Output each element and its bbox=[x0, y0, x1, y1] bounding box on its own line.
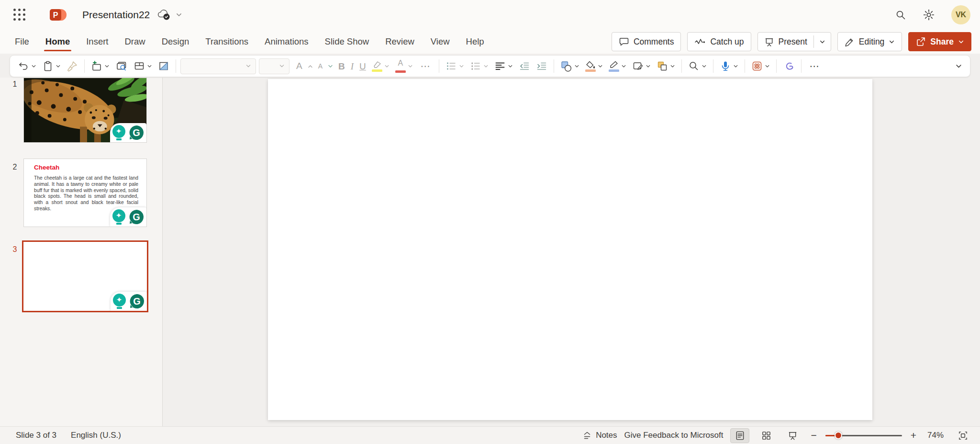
paste-chevron-icon bbox=[56, 64, 61, 69]
increase-indent-button[interactable] bbox=[533, 57, 550, 75]
comment-icon bbox=[619, 36, 629, 47]
svg-text:G: G bbox=[133, 127, 140, 138]
slide-3-number: 3 bbox=[10, 245, 20, 254]
tab-home[interactable]: Home bbox=[37, 30, 78, 54]
share-button[interactable]: Share bbox=[908, 32, 971, 51]
font-size-chevron-icon bbox=[279, 63, 285, 69]
slide-1-thumbnail[interactable]: ✦ G bbox=[23, 78, 147, 143]
settings-gear-icon[interactable] bbox=[923, 9, 935, 21]
zoom-slider-knob[interactable] bbox=[835, 432, 842, 439]
app-launcher-icon[interactable] bbox=[13, 9, 26, 21]
tab-animations[interactable]: Animations bbox=[256, 30, 317, 54]
slide-layout-button[interactable] bbox=[131, 57, 155, 75]
fit-to-window-button[interactable] bbox=[953, 428, 972, 443]
tab-transitions[interactable]: Transitions bbox=[197, 30, 256, 54]
underline-button: U bbox=[356, 57, 369, 75]
tab-review[interactable]: Review bbox=[377, 30, 423, 54]
grammarly-badge[interactable]: ✦ G bbox=[110, 123, 146, 142]
numbering-chevron-icon bbox=[483, 64, 489, 69]
user-avatar[interactable]: VK bbox=[951, 5, 970, 24]
decrease-indent-button[interactable] bbox=[516, 57, 533, 75]
grammarly-logo-icon: G bbox=[129, 293, 145, 309]
notes-toggle-button[interactable]: Notes bbox=[582, 431, 617, 440]
slide-canvas[interactable] bbox=[268, 79, 872, 420]
grammarly-suggestion-icon: ✦ bbox=[113, 294, 126, 309]
designer-button[interactable] bbox=[155, 57, 172, 75]
shape-fill-button[interactable] bbox=[582, 57, 606, 75]
document-title[interactable]: Presentation22 bbox=[82, 9, 150, 21]
zoom-slider[interactable] bbox=[825, 432, 902, 439]
editing-chevron-icon bbox=[889, 39, 895, 45]
slide-3-thumbnail-selected[interactable]: ✦ G bbox=[22, 240, 148, 312]
grow-caret-icon bbox=[308, 65, 312, 68]
catch-up-button[interactable]: Catch up bbox=[687, 32, 751, 51]
collapse-ribbon-chevron[interactable] bbox=[952, 57, 965, 75]
font-name-combobox bbox=[180, 58, 256, 74]
slide-1-number: 1 bbox=[10, 80, 20, 89]
new-slide-chevron-icon bbox=[104, 64, 110, 69]
pencil-icon bbox=[845, 37, 855, 47]
editing-mode-button[interactable]: Editing bbox=[837, 32, 902, 51]
fill-bucket-icon bbox=[585, 61, 596, 68]
grammarly-badge[interactable]: ✦ G bbox=[111, 292, 147, 311]
tab-slide-show[interactable]: Slide Show bbox=[317, 30, 378, 54]
svg-text:G: G bbox=[133, 296, 141, 307]
editing-canvas bbox=[163, 78, 980, 426]
slide-2-number: 2 bbox=[10, 163, 20, 171]
format-shape-chevron-icon bbox=[646, 64, 651, 69]
zoom-out-button[interactable]: − bbox=[809, 430, 818, 441]
font-color-chevron-icon bbox=[408, 64, 413, 69]
language-button[interactable]: English (U.S.) bbox=[71, 431, 121, 440]
format-shape-button[interactable] bbox=[629, 57, 654, 75]
title-bar: P Presentation22 VK bbox=[0, 0, 980, 30]
shapes-chevron-icon bbox=[574, 64, 579, 69]
slideshow-icon bbox=[788, 431, 798, 441]
copilot-button[interactable] bbox=[780, 57, 798, 75]
undo-button[interactable] bbox=[15, 57, 39, 75]
saved-to-cloud-icon[interactable] bbox=[156, 9, 171, 21]
format-painter-button bbox=[64, 57, 81, 75]
highlighter-icon bbox=[372, 61, 382, 68]
zoom-in-button[interactable]: + bbox=[909, 430, 918, 441]
shape-outline-button[interactable] bbox=[606, 57, 629, 75]
slide-sorter-view-button[interactable] bbox=[757, 428, 776, 443]
slideshow-view-button[interactable] bbox=[783, 428, 802, 443]
more-commands-button[interactable]: ⋯ bbox=[805, 57, 824, 75]
design-ideas-button[interactable] bbox=[748, 57, 773, 75]
fill-chevron-icon bbox=[598, 64, 603, 69]
feedback-link[interactable]: Give Feedback to Microsoft bbox=[624, 431, 724, 440]
new-slide-button[interactable] bbox=[88, 57, 112, 75]
find-chevron-icon bbox=[702, 64, 707, 69]
outline-pencil-icon bbox=[609, 61, 619, 68]
grammarly-badge[interactable]: ✦ G bbox=[110, 207, 146, 227]
comments-button[interactable]: Comments bbox=[612, 32, 681, 51]
present-dropdown-chevron[interactable] bbox=[814, 33, 831, 51]
title-chevron-down-icon[interactable] bbox=[176, 11, 182, 18]
normal-view-button[interactable] bbox=[730, 428, 749, 443]
highlight-chevron-icon bbox=[384, 64, 390, 69]
dictate-button[interactable] bbox=[717, 57, 741, 75]
zoom-level[interactable]: 74% bbox=[925, 431, 946, 440]
font-size-combobox bbox=[259, 58, 290, 74]
tab-insert[interactable]: Insert bbox=[78, 30, 116, 54]
slide-2-thumbnail[interactable]: Cheetah The cheetah is a large cat and t… bbox=[23, 159, 147, 227]
arrange-button[interactable] bbox=[654, 57, 678, 75]
numbering-button bbox=[467, 57, 491, 75]
present-button[interactable]: Present bbox=[758, 33, 813, 51]
catch-up-pulse-icon bbox=[694, 37, 706, 46]
tab-draw[interactable]: Draw bbox=[117, 30, 154, 54]
svg-text:P: P bbox=[53, 11, 58, 19]
reuse-slides-button[interactable] bbox=[112, 57, 131, 75]
tab-file[interactable]: File bbox=[7, 30, 37, 54]
tab-view[interactable]: View bbox=[423, 30, 458, 54]
align-text-button[interactable] bbox=[491, 57, 516, 75]
layout-chevron-icon bbox=[147, 64, 152, 69]
tab-design[interactable]: Design bbox=[154, 30, 198, 54]
tab-help[interactable]: Help bbox=[458, 30, 492, 54]
normal-view-icon bbox=[735, 431, 745, 441]
search-icon[interactable] bbox=[895, 9, 906, 21]
paste-button[interactable] bbox=[39, 57, 64, 75]
shapes-button[interactable] bbox=[557, 57, 582, 75]
more-font-options-button: ⋯ bbox=[416, 57, 435, 75]
find-button[interactable] bbox=[685, 57, 710, 75]
